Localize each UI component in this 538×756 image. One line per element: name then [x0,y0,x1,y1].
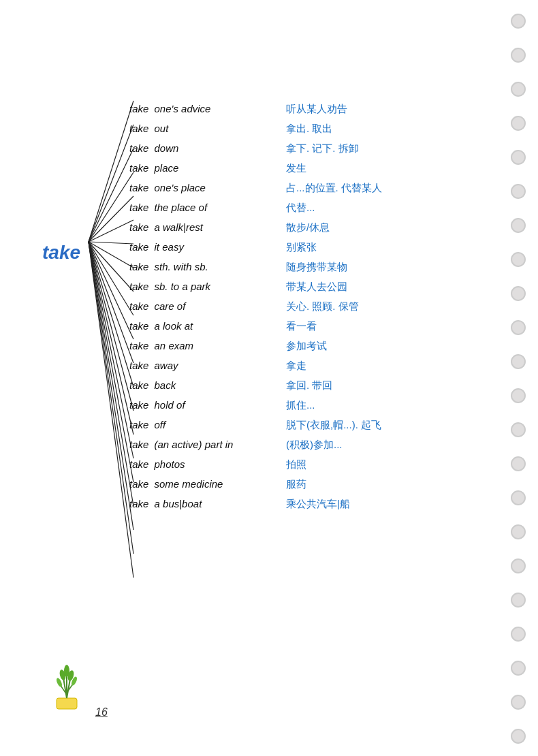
take-word: take [129,498,148,509]
list-item: take sth. with sb.随身携带某物 [129,259,497,275]
svg-line-3 [89,172,133,242]
list-item: take down拿下. 记下. 拆卸 [129,140,497,157]
binding-hole [511,627,526,642]
take-word: take [129,340,148,351]
svg-line-11 [89,242,133,363]
svg-line-9 [89,242,133,315]
list-item: take an exam参加考试 [129,338,497,354]
take-word: take [129,300,148,312]
list-item: take one's place占...的位置. 代替某人 [129,180,497,196]
entry-phrase: take some medicine [129,476,279,492]
entry-chinese: 抓住... [286,397,315,413]
binding-hole [511,388,526,403]
svg-line-5 [89,220,133,242]
take-word: take [129,439,148,450]
list-item: take out拿出. 取出 [129,121,497,137]
entry-phrase: take care of [129,298,279,315]
take-word: take [129,419,148,430]
page: take take one's advice听从某人劝告take out拿出. … [0,0,538,756]
take-word: take [129,241,148,253]
svg-line-4 [89,196,133,242]
list-item: take a look at看一看 [129,318,497,334]
svg-line-2 [89,148,133,242]
entry-chinese: 散步/休息 [286,219,330,236]
entry-chinese: 关心. 照顾. 保管 [286,298,359,315]
take-word: take [129,123,148,134]
svg-line-15 [89,242,133,458]
take-word: take [129,379,148,391]
binding-hole [511,14,526,29]
entry-chinese: 听从某人劝告 [286,101,347,117]
take-word: take [129,399,148,411]
binding-hole [511,48,526,63]
svg-line-7 [89,242,133,268]
binding-hole [511,661,526,676]
svg-rect-21 [57,698,77,709]
entry-phrase: take down [129,140,279,157]
entry-chinese: 代替... [286,200,315,216]
take-word: take [129,221,148,233]
entry-chinese: 服药 [286,476,306,492]
entry-phrase: take a look at [129,318,279,334]
entry-chinese: 看一看 [286,318,317,334]
binding-hole [511,490,526,505]
take-word: take [129,320,148,332]
entry-chinese: 随身携带某物 [286,259,347,275]
binding-hole [511,695,526,710]
svg-line-20 [89,242,133,578]
list-item: take care of关心. 照顾. 保管 [129,298,497,315]
list-item: take off脱下(衣服,帽...). 起飞 [129,417,497,433]
list-item: take it easy别紧张 [129,239,497,255]
svg-line-6 [89,242,133,244]
list-item: take hold of抓住... [129,397,497,413]
entry-phrase: take one's place [129,180,279,196]
list-item: take (an active) part in(积极)参加... [129,437,497,453]
entry-phrase: take a walk|rest [129,219,279,236]
entry-chinese: 占...的位置. 代替某人 [286,180,382,196]
binding-hole [511,354,526,369]
entry-chinese: 发生 [286,160,306,176]
entry-chinese: 拿出. 取出 [286,121,332,137]
svg-line-0 [89,101,133,242]
entries-list: take one's advice听从某人劝告take out拿出. 取出tak… [129,101,497,516]
svg-line-16 [89,242,133,482]
binding-hole [511,82,526,97]
list-item: take a walk|rest散步/休息 [129,219,497,236]
take-word: take [129,281,148,292]
svg-line-13 [89,242,133,411]
entry-chinese: 别紧张 [286,239,317,255]
binding-hole [511,524,526,539]
entry-chinese: 拍照 [286,456,306,473]
binding-hole [511,252,526,267]
list-item: take one's advice听从某人劝告 [129,101,497,117]
binding-hole [511,184,526,199]
list-item: take place发生 [129,160,497,176]
entry-chinese: 参加考试 [286,338,327,354]
svg-line-19 [89,242,133,554]
binding-hole [511,729,526,744]
binding-hole [511,593,526,608]
entry-phrase: take the place of [129,200,279,216]
entry-chinese: 脱下(衣服,帽...). 起飞 [286,417,381,433]
binding-hole [511,558,526,573]
list-item: take the place of代替... [129,200,497,216]
list-item: take a bus|boat乘公共汽车|船 [129,496,497,512]
take-label: take [42,242,80,264]
svg-line-10 [89,242,133,339]
entry-chinese: 拿回. 带回 [286,377,332,394]
page-number: 16 [95,706,108,719]
list-item: take away拿走 [129,358,497,374]
binding-hole [511,456,526,471]
svg-line-17 [89,242,133,506]
binding-hole [511,116,526,131]
list-item: take some medicine服药 [129,476,497,492]
entry-chinese: 乘公共汽车|船 [286,496,350,512]
take-word: take [129,103,148,114]
svg-line-18 [89,242,133,530]
entry-phrase: take out [129,121,279,137]
binding-hole [511,218,526,233]
entry-phrase: take away [129,358,279,374]
entry-phrase: take (an active) part in [129,437,279,453]
entry-phrase: take sb. to a park [129,279,279,295]
binding-holes [511,14,526,756]
